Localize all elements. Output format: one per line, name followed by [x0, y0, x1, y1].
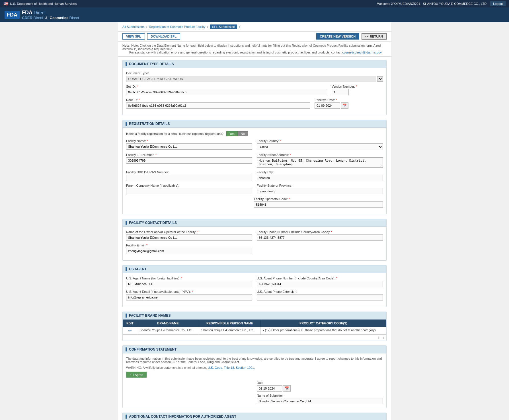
facility-phone-input[interactable]: [257, 234, 383, 241]
agree-button[interactable]: ✓ I Agree: [126, 372, 147, 378]
effective-date-label: Effective Date: *: [315, 98, 383, 102]
col-responsible-person: RESPONSIBLE PERSON NAME: [199, 320, 260, 327]
facility-city-input[interactable]: [257, 175, 383, 181]
agent-phone-label: U.S. Agent Phone Number (Include Country…: [257, 277, 383, 280]
agent-row2: U.S. Agent Email (if not available, ente…: [126, 290, 383, 300]
facility-zip-group: Facility Zip/Postal Code: *: [254, 197, 383, 208]
agent-phone-ext-group: U.S. Agent Phone Extension:: [257, 290, 383, 300]
download-spl-button[interactable]: DOWNLOAD SPL: [147, 33, 180, 40]
additional-contact-title: ADDITIONAL CONTACT INFORMATION FOR AUTHO…: [129, 415, 236, 419]
parent-company-input[interactable]: [126, 188, 252, 194]
yes-button[interactable]: Yes: [226, 131, 238, 136]
fda-logo-box: FDA: [5, 11, 20, 19]
facility-zip-label: Facility Zip/Postal Code: *: [254, 197, 383, 201]
facility-dnb-group: Facility D&B D-U-N-S Number:: [126, 170, 252, 181]
facility-dnb-input[interactable]: [126, 175, 252, 181]
agent-row1: U.S. Agent Name (for foreign facilities)…: [126, 277, 383, 287]
top-bar-left: 🇺🇸 U.S. Department of Health and Human S…: [3, 1, 77, 6]
facility-country-select[interactable]: China: [257, 143, 383, 150]
agent-phone-ext-input[interactable]: [257, 294, 383, 300]
document-type-select[interactable]: [377, 76, 383, 82]
agent-phone-ext-label: U.S. Agent Phone Extension:: [257, 290, 383, 293]
breadcrumb-sep2: ›: [207, 25, 208, 28]
breadcrumb-all-submissions[interactable]: All Submissions: [122, 25, 145, 28]
confirm-date-group: Date 📅: [257, 381, 383, 392]
parent-company-group: Parent Company Name (if applicable):: [126, 184, 252, 194]
facility-street-input[interactable]: Huarun Building, No. 95, Changping Road,…: [257, 157, 383, 168]
set-id-label: Set ID: *: [126, 85, 327, 88]
set-id-input[interactable]: [126, 89, 327, 95]
effective-date-calendar-icon[interactable]: 📅: [341, 102, 348, 109]
confirm-date-wrap: 📅: [257, 385, 383, 392]
cosmetics-text: Cosmetics: [50, 16, 69, 20]
facility-email-group: Facility Email: *: [126, 244, 252, 254]
us-agent-header: US AGENT: [123, 265, 386, 273]
owner-name-input[interactable]: [126, 234, 252, 241]
main-content: DOCUMENT TYPE DETAILS Document Type:: [118, 57, 391, 420]
registration-section: REGISTRATION DETAILS Is this a facility …: [122, 120, 387, 214]
edit-cell[interactable]: ✏: [123, 327, 137, 335]
facility-fei-input[interactable]: [126, 157, 252, 164]
contact-row2: Facility Email: *: [126, 244, 383, 254]
no-button[interactable]: No: [238, 131, 248, 136]
confirm-right: Date 📅 Name of Submitter: [257, 381, 383, 404]
version-number-input[interactable]: [332, 89, 349, 95]
confirm-date-label: Date: [257, 381, 383, 384]
brand-names-header: FACILITY BRAND NAMES: [123, 312, 386, 320]
facility-street-label: Facility Street Address: *: [257, 153, 383, 157]
return-button[interactable]: << RETURN: [362, 33, 387, 40]
section-bar5: [126, 314, 127, 318]
brand-names-title: FACILITY BRAND NAMES: [129, 314, 171, 318]
create-new-version-button[interactable]: CREATE NEW VERSION: [316, 33, 360, 40]
agent-phone-input[interactable]: [257, 281, 383, 287]
edit-icon[interactable]: ✏: [128, 328, 132, 333]
reg-row5: Facility Zip/Postal Code: *: [126, 197, 383, 208]
facility-email-input[interactable]: [126, 248, 252, 254]
hhs-dept-text: U.S. Department of Health and Human Serv…: [10, 2, 77, 5]
doc-type-row3: Root ID: * Effective Date: * 📅: [126, 98, 383, 109]
toolbar-right: CREATE NEW VERSION << RETURN: [316, 33, 387, 40]
effective-date-input[interactable]: [315, 102, 340, 109]
info-note: Note: Note: Click on the Data Element Na…: [118, 42, 391, 57]
effective-date-group: Effective Date: * 📅: [315, 98, 383, 109]
facility-state-input[interactable]: [257, 188, 383, 194]
note-text: Note: Click on the Data Element Name for…: [122, 44, 381, 51]
warning-link[interactable]: U.S. Code, Title 18, Section 1001.: [208, 366, 255, 369]
facility-fei-label: Facility FEI Number: *: [126, 153, 252, 157]
facility-zip-input[interactable]: [254, 201, 383, 208]
section-bar3: [126, 221, 127, 225]
reg-row3: Facility D&B D-U-N-S Number: Facility Ci…: [126, 170, 383, 181]
confirm-date-calendar-icon[interactable]: 📅: [283, 385, 291, 392]
logout-button[interactable]: Logout: [490, 1, 506, 6]
product-category-cell: • (17) Other preparations (i.e., those p…: [260, 327, 386, 335]
document-type-label: Document Type:: [126, 71, 383, 75]
facility-city-label: Facility City:: [257, 170, 383, 174]
registration-body: Is this a facility registration for a sm…: [123, 128, 386, 214]
confirm-date-input[interactable]: [257, 385, 282, 392]
agent-name-input[interactable]: [126, 281, 252, 287]
facility-contact-header: FACILITY CONTACT DETAILS: [123, 219, 386, 227]
facility-phone-group: Facility Phone Number (Include Country/A…: [257, 230, 383, 241]
submitter-input[interactable]: [257, 398, 383, 404]
facility-email-label: Facility Email: *: [126, 244, 252, 247]
facility-phone-label: Facility Phone Number (Include Country/A…: [257, 230, 383, 234]
facility-name-input[interactable]: [126, 143, 252, 150]
table-pagination: 1 - 1: [123, 335, 386, 341]
fda-logo: FDA FDA Direct. CDER Direct & Cosmetics …: [5, 10, 79, 20]
breadcrumb-registration[interactable]: Registration of Cosmetic Product Facilit…: [149, 25, 205, 28]
facility-dnb-label: Facility D&B D-U-N-S Number:: [126, 170, 252, 174]
assistance-email[interactable]: cosmeticdirect@fda.hhs.gov: [342, 51, 381, 54]
confirmation-header: CONFIRMATION STATEMENT: [123, 346, 386, 353]
effective-date-wrap: 📅: [315, 102, 383, 109]
breadcrumb-sep1: ›: [146, 25, 147, 28]
view-spl-button[interactable]: VIEW SPL: [122, 33, 145, 40]
cosmetics-direct-text: Direct: [69, 16, 79, 20]
facility-contact-body: Name of the Owner and/or Operator of the…: [123, 227, 386, 260]
agent-email-label: U.S. Agent Email (if not available, ente…: [126, 290, 252, 293]
amp-text: &: [45, 16, 48, 20]
document-type-input[interactable]: [126, 76, 376, 82]
version-number-label: Version Number: *: [332, 85, 383, 88]
us-agent-title: US AGENT: [129, 267, 147, 271]
root-id-input[interactable]: [126, 102, 310, 109]
agent-email-input[interactable]: [126, 294, 252, 300]
